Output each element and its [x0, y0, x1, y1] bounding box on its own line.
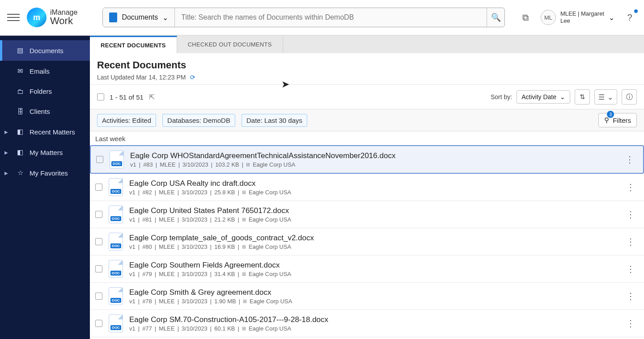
- doc-user: MLEE: [159, 243, 174, 250]
- logo-text: iManage Work: [50, 9, 77, 26]
- org-icon: ⊞: [242, 326, 246, 331]
- row-more-button[interactable]: ⋮: [623, 291, 639, 301]
- user-text: MLEE | Margaret Lee: [560, 10, 604, 24]
- tab-checked-out-documents[interactable]: CHECKED OUT DOCUMENTS: [177, 36, 283, 53]
- document-row[interactable]: DOCEagle Corp USA Realty inc draft.docxv…: [90, 174, 644, 201]
- row-more-button[interactable]: ⋮: [623, 236, 639, 247]
- sidebar-item-folders[interactable]: 🗀Folders: [0, 81, 90, 101]
- doc-id: #77: [142, 325, 152, 332]
- logo-mark-icon: m: [27, 8, 47, 27]
- search-button[interactable]: 🔍: [487, 8, 504, 27]
- refresh-icon[interactable]: ⟳: [190, 74, 195, 81]
- doc-icon: DOC: [109, 287, 123, 305]
- search-input[interactable]: [175, 8, 487, 27]
- doc-v: v1: [129, 243, 136, 250]
- document-row[interactable]: DOCEagle Corp WHOStandardAgreementTechni…: [90, 145, 644, 174]
- document-row[interactable]: DOCEagle Corp Smith & Grey agreement.doc…: [90, 283, 644, 310]
- doc-title: Eagle Corp template_sale_of_goods_contra…: [129, 234, 616, 243]
- doc-v: v1: [129, 325, 136, 332]
- open-folder-icon[interactable]: ⇱: [149, 93, 155, 101]
- sidebar-item-documents[interactable]: ▤Documents: [0, 40, 90, 61]
- row-body: Eagle Corp Smith & Grey agreement.docxv1…: [129, 288, 616, 305]
- doc-size: 31.4 KB: [214, 271, 235, 277]
- row-more-button[interactable]: ⋮: [623, 264, 639, 274]
- row-checkbox[interactable]: [96, 156, 103, 163]
- doc-meta: v1|#81|MLEE|3/10/2023|21.2 KB|⊞Eagle Cor…: [129, 216, 616, 223]
- filter-chips-row: Activities: EditedDatabases: DemoDBDate:…: [90, 109, 644, 131]
- sidebar-icon: ✉: [16, 67, 24, 75]
- filter-chip[interactable]: Activities: Edited: [97, 114, 156, 127]
- search-bar: Documents ⌄ 🔍: [102, 8, 505, 27]
- document-list: Last week DOCEagle Corp WHOStandardAgree…: [90, 131, 644, 339]
- controls-bar: 1 - 51 of 51 ⇱ Sort by: Activity Date ⌄ …: [90, 84, 644, 109]
- notification-dot: [634, 9, 638, 13]
- org-icon: ⊞: [242, 271, 246, 277]
- row-checkbox[interactable]: [95, 293, 102, 300]
- org-icon: ⊞: [242, 244, 246, 250]
- filter-chip[interactable]: Date: Last 30 days: [242, 114, 307, 127]
- info-button[interactable]: ⓘ: [622, 89, 637, 105]
- filters-button[interactable]: ⚲ 3 Filters: [598, 113, 637, 127]
- doc-icon: DOC: [110, 151, 124, 168]
- doc-title: Eagle Corp Southern Fields Agreement.doc…: [129, 261, 616, 270]
- sidebar-item-label: My Favorites: [30, 169, 68, 177]
- search-scope-label: Documents: [122, 13, 158, 21]
- sidebar-item-my-matters[interactable]: ▶◧My Matters: [0, 142, 90, 163]
- brand-logo[interactable]: m iManage Work: [27, 8, 77, 27]
- result-count: 1 - 51 of 51: [110, 93, 144, 101]
- chevron-right-icon: ▶: [4, 130, 8, 134]
- filters-label: Filters: [613, 117, 631, 124]
- sidebar-item-emails[interactable]: ✉Emails: [0, 61, 90, 81]
- row-more-button[interactable]: ⋮: [622, 154, 638, 165]
- help-icon[interactable]: ?: [623, 10, 637, 25]
- row-checkbox[interactable]: [95, 320, 102, 327]
- chevron-right-icon: ▶: [4, 171, 8, 176]
- sidebar-item-label: My Matters: [30, 149, 63, 156]
- doc-org: Eagle Corp USA: [249, 216, 291, 223]
- doc-org: Eagle Corp USA: [249, 271, 291, 277]
- doc-v: v1: [129, 271, 136, 277]
- doc-id: #82: [142, 189, 152, 196]
- top-bar: m iManage Work Documents ⌄ 🔍 ⧉ ML MLEE |…: [0, 0, 644, 36]
- row-checkbox[interactable]: [95, 184, 102, 191]
- hamburger-menu[interactable]: [7, 11, 20, 24]
- row-checkbox[interactable]: [95, 238, 102, 245]
- main-panel: ➤ RECENT DOCUMENTSCHECKED OUT DOCUMENTS …: [90, 36, 644, 339]
- view-toggle[interactable]: ☰⌄: [594, 89, 617, 105]
- tab-recent-documents[interactable]: RECENT DOCUMENTS: [90, 36, 177, 53]
- doc-date: 3/10/2023: [182, 161, 208, 168]
- page-header: Recent Documents Last Updated Mar 14, 12…: [90, 53, 644, 84]
- sidebar-icon: ▤: [16, 46, 24, 54]
- search-scope-dropdown[interactable]: Documents ⌄: [103, 8, 175, 27]
- row-more-button[interactable]: ⋮: [623, 318, 639, 329]
- doc-date: 3/10/2023: [182, 189, 208, 196]
- select-all-checkbox[interactable]: [97, 93, 104, 100]
- sidebar-item-my-favorites[interactable]: ▶☆My Favorites: [0, 163, 90, 183]
- user-menu[interactable]: ML MLEE | Margaret Lee ⌄: [541, 10, 614, 25]
- brand-line2: Work: [50, 16, 77, 26]
- sort-direction-button[interactable]: ⇅: [575, 89, 590, 105]
- sidebar-item-recent-matters[interactable]: ▶◧Recent Matters: [0, 121, 90, 142]
- row-body: Eagle Corp USA Realty inc draft.docxv1|#…: [129, 179, 616, 196]
- filter-chip[interactable]: Databases: DemoDB: [162, 114, 235, 127]
- document-row[interactable]: DOCEagle Corp SM.70-Construction-A105-20…: [90, 310, 644, 337]
- doc-title: Eagle Corp Smith & Grey agreement.docx: [129, 288, 616, 297]
- row-more-button[interactable]: ⋮: [623, 209, 639, 220]
- doc-id: #78: [142, 298, 152, 305]
- doc-icon: DOC: [109, 233, 123, 251]
- document-row[interactable]: DOCEagle Corp template_sale_of_goods_con…: [90, 228, 644, 255]
- sidebar-icon: ◧: [16, 148, 24, 156]
- row-more-button[interactable]: ⋮: [623, 182, 639, 193]
- row-checkbox[interactable]: [95, 265, 102, 272]
- sidebar-item-label: Recent Matters: [30, 128, 75, 136]
- user-line2: Lee: [560, 17, 604, 25]
- doc-id: #83: [143, 161, 153, 168]
- package-icon[interactable]: ⧉: [518, 10, 533, 25]
- sidebar-item-clients[interactable]: 🗄Clients: [0, 101, 90, 121]
- sort-dropdown[interactable]: Activity Date ⌄: [517, 90, 570, 104]
- document-row[interactable]: DOCEagle Corp Southern Fields Agreement.…: [90, 255, 644, 283]
- row-checkbox[interactable]: [95, 211, 102, 218]
- doc-user: MLEE: [159, 298, 174, 305]
- document-row[interactable]: DOCEagle Corp United States Patent 76501…: [90, 201, 644, 228]
- chevron-down-icon: ⌄: [607, 93, 613, 101]
